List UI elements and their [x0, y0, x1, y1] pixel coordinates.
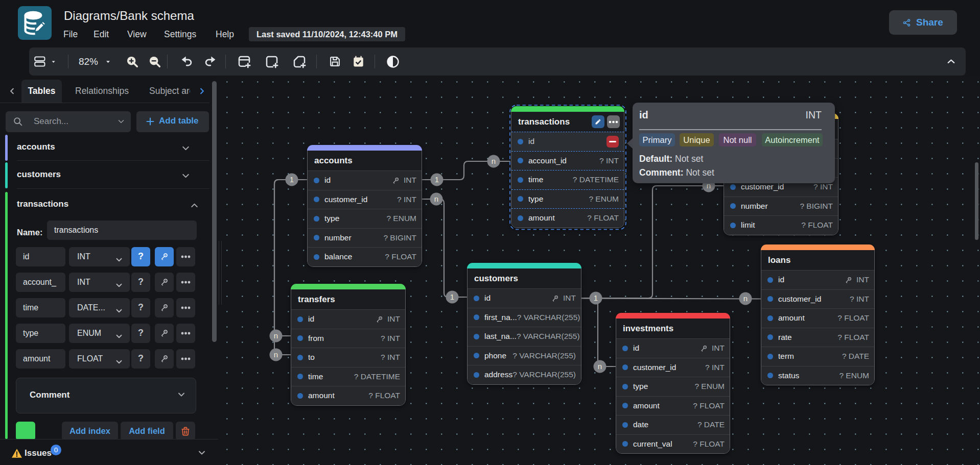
svg-text:1: 1 [594, 293, 598, 302]
svg-text:n: n [434, 194, 438, 203]
svg-text:1: 1 [435, 175, 439, 184]
svg-text:n: n [598, 362, 602, 371]
svg-text:n: n [274, 331, 278, 340]
svg-text:1: 1 [290, 175, 294, 184]
svg-text:n: n [492, 157, 496, 165]
svg-text:n: n [743, 294, 748, 303]
svg-text:n: n [274, 350, 278, 359]
svg-text:1: 1 [450, 292, 454, 301]
